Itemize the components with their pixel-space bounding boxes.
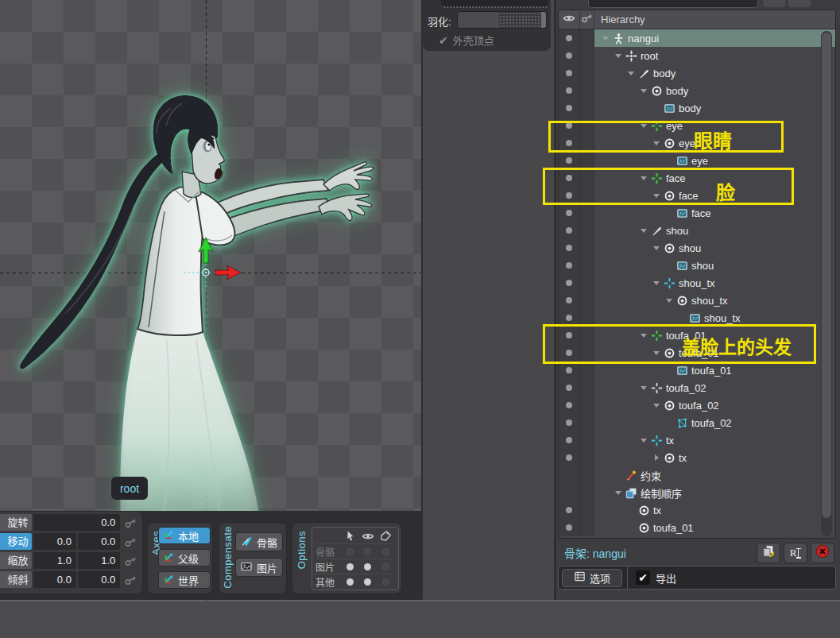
- visibility-dot[interactable]: [566, 157, 572, 164]
- visibility-dot[interactable]: [566, 524, 572, 531]
- visibility-cell[interactable]: [559, 379, 580, 396]
- visibility-dot[interactable]: [566, 385, 572, 391]
- transform-value[interactable]: 0.0: [33, 571, 75, 588]
- option-toggle-dot[interactable]: [382, 548, 389, 555]
- visibility-cell[interactable]: [559, 449, 580, 466]
- transform-value[interactable]: 1.0: [33, 552, 75, 569]
- transform-value[interactable]: 0.0: [33, 514, 120, 531]
- partial-slider[interactable]: [441, 0, 548, 8]
- transform-label[interactable]: 移动: [0, 533, 32, 550]
- tree-row-nangui[interactable]: nangui: [559, 29, 835, 47]
- visibility-dot[interactable]: [566, 245, 572, 251]
- tree-row-约束[interactable]: 约束: [559, 466, 835, 484]
- option-toggle-dot[interactable]: [364, 548, 371, 555]
- visibility-cell[interactable]: [559, 99, 580, 117]
- visibility-cell[interactable]: [559, 501, 580, 519]
- option-toggle-dot[interactable]: [346, 578, 354, 586]
- tree-row-body[interactable]: body: [559, 82, 835, 99]
- key-button[interactable]: [122, 516, 139, 529]
- compensate-images-button[interactable]: 图片: [235, 558, 283, 577]
- expander-arrow[interactable]: [614, 54, 623, 58]
- key-button[interactable]: [122, 574, 139, 586]
- axes-world-button[interactable]: 世界: [158, 571, 211, 589]
- visibility-dot[interactable]: [566, 262, 572, 269]
- expander-arrow[interactable]: [664, 299, 674, 303]
- visibility-dot[interactable]: [566, 367, 572, 373]
- transform-value[interactable]: 0.0: [78, 533, 120, 550]
- expander-arrow[interactable]: [652, 281, 661, 285]
- expander-arrow[interactable]: [652, 404, 661, 408]
- tree-row-shou[interactable]: shou: [559, 222, 835, 239]
- option-toggle-dot[interactable]: [382, 563, 389, 570]
- option-toggle-dot[interactable]: [346, 563, 354, 570]
- transform-gizmo[interactable]: [174, 233, 254, 288]
- visibility-cell[interactable]: [559, 274, 580, 292]
- visibility-cell[interactable]: [559, 29, 580, 47]
- partial-filter-input[interactable]: [588, 0, 758, 8]
- tree-row-shou[interactable]: shou: [559, 257, 835, 274]
- transform-value[interactable]: 1.0: [78, 552, 120, 569]
- export-checkmark[interactable]: ✔: [636, 570, 650, 585]
- expander-arrow[interactable]: [626, 72, 636, 75]
- expander-arrow[interactable]: [639, 386, 648, 390]
- tree-row-eye[interactable]: eye: [559, 152, 835, 169]
- visibility-cell[interactable]: [559, 204, 580, 222]
- visibility-cell[interactable]: [559, 239, 580, 257]
- key-button[interactable]: [122, 555, 139, 567]
- axes-local-button[interactable]: 本地: [158, 527, 211, 544]
- tree-row-tx[interactable]: tx: [559, 449, 835, 466]
- slider-handle[interactable]: [541, 12, 546, 28]
- visibility-cell[interactable]: [559, 222, 580, 239]
- tree-row-绘制顺序[interactable]: 绘制顺序: [559, 484, 835, 501]
- hierarchy-scrollbar[interactable]: [821, 31, 832, 536]
- visibility-cell[interactable]: [559, 292, 580, 309]
- expander-arrow[interactable]: [601, 37, 610, 41]
- visibility-cell[interactable]: [559, 414, 580, 431]
- expander-arrow[interactable]: [639, 229, 648, 233]
- tree-row-shou[interactable]: shou: [559, 239, 835, 257]
- visibility-cell[interactable]: [559, 466, 580, 484]
- visibility-cell[interactable]: [559, 152, 580, 169]
- tree-row-toufa_02[interactable]: toufa_02: [559, 379, 835, 396]
- option-toggle-dot[interactable]: [382, 578, 389, 586]
- tree-row-toufa_02[interactable]: toufa_02: [559, 396, 835, 414]
- export-checkbox[interactable]: ✔ 导出: [636, 570, 676, 586]
- tree-row-body[interactable]: body: [559, 99, 835, 117]
- tree-row-toufa_02[interactable]: toufa_02: [559, 414, 835, 431]
- transform-label[interactable]: 缩放: [0, 552, 32, 569]
- tree-row-tx[interactable]: tx: [559, 431, 835, 449]
- visibility-dot[interactable]: [566, 420, 572, 426]
- visibility-cell[interactable]: [559, 431, 580, 449]
- visibility-cell[interactable]: [559, 519, 580, 536]
- expander-arrow[interactable]: [639, 439, 648, 443]
- visibility-cell[interactable]: [559, 47, 580, 64]
- hull-vertices-checkbox[interactable]: ✔ 外壳顶点: [439, 33, 494, 48]
- expander-arrow[interactable]: [652, 246, 661, 250]
- transform-label[interactable]: 倾斜: [0, 571, 32, 588]
- visibility-dot[interactable]: [566, 437, 572, 443]
- tree-row-toufa_01[interactable]: toufa_01: [559, 362, 835, 379]
- visibility-dot[interactable]: [566, 227, 572, 234]
- visibility-dot[interactable]: [566, 297, 572, 304]
- expander-arrow[interactable]: [614, 491, 623, 495]
- visibility-dot[interactable]: [566, 52, 572, 59]
- tree-row-shou_tx[interactable]: shou_tx: [559, 274, 835, 292]
- expander-arrow[interactable]: [652, 454, 661, 461]
- rename-skeleton-button[interactable]: R: [784, 543, 807, 563]
- visibility-dot[interactable]: [566, 280, 572, 286]
- tree-row-root[interactable]: root: [559, 47, 835, 64]
- visibility-dot[interactable]: [566, 87, 572, 94]
- tree-row-shou_tx[interactable]: shou_tx: [559, 292, 835, 309]
- visibility-cell[interactable]: [559, 257, 580, 274]
- delete-skeleton-button[interactable]: [811, 543, 834, 563]
- transform-value[interactable]: 0.0: [33, 533, 75, 550]
- tree-row-body[interactable]: body: [559, 64, 835, 82]
- axes-parent-button[interactable]: 父级: [158, 549, 211, 566]
- tree-row-toufa_01[interactable]: toufa_01: [559, 519, 835, 536]
- options-button[interactable]: 选项: [562, 569, 622, 587]
- visibility-dot[interactable]: [566, 35, 572, 41]
- visibility-dot[interactable]: [566, 315, 572, 321]
- tree-row-tx[interactable]: tx: [559, 501, 835, 519]
- visibility-dot[interactable]: [566, 105, 572, 111]
- option-toggle-dot[interactable]: [364, 563, 371, 570]
